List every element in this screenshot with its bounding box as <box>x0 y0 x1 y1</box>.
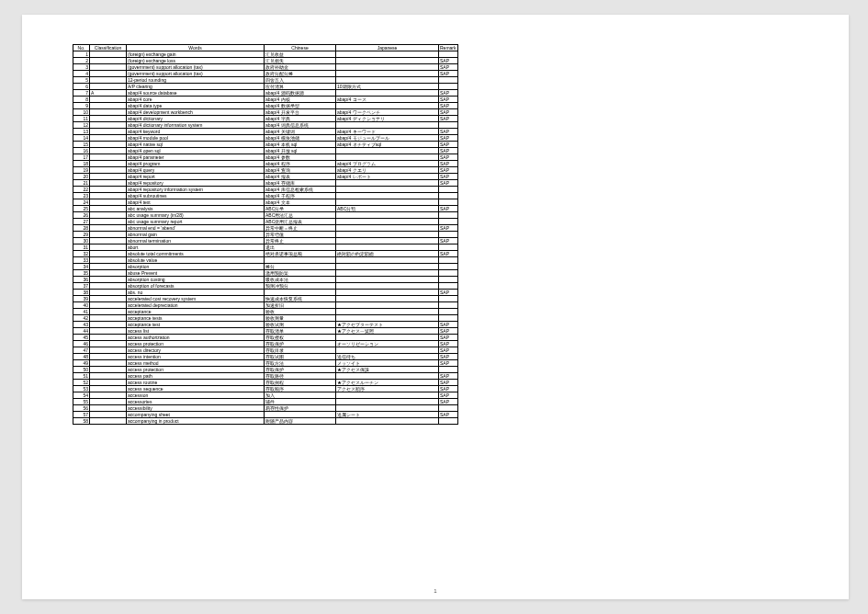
cell-cn: abap/4 子程序 <box>265 193 336 199</box>
cell-cls <box>90 386 127 392</box>
cell-jp <box>336 399 439 405</box>
cell-cn: 存取顺序 <box>265 386 336 392</box>
cell-jp <box>336 373 439 380</box>
cell-cls <box>90 296 127 302</box>
cell-rm <box>439 122 458 129</box>
table-row: 48access intention存取试图送信待ちSAP <box>73 354 458 360</box>
cell-no: 44 <box>73 328 90 335</box>
cell-rm <box>439 405 458 412</box>
cell-no: 11 <box>73 116 90 122</box>
cell-cls <box>90 354 127 360</box>
cell-w: abap/4 repository information system <box>127 187 265 193</box>
cell-w: access directory <box>127 347 265 354</box>
table-row: 7Aabap/4 source databaseabap/4 源码数据源SAP <box>73 90 458 97</box>
cell-no: 49 <box>73 360 90 367</box>
table-row: 36absorption costing吸收成本法 <box>73 277 458 283</box>
cell-cn: 滥用预防策 <box>265 270 336 277</box>
cell-w: (foreign) exchange gain <box>127 51 265 58</box>
cell-w: acceptance <box>127 309 265 315</box>
cell-cn: 存取授权 <box>265 335 336 341</box>
cell-cn: 异常终止 <box>265 238 336 244</box>
cell-rm: SAP <box>439 360 458 367</box>
table-row: 10abap/4 development workbenchabap/4 开发平… <box>73 109 458 116</box>
cell-cls <box>90 161 127 167</box>
cell-w: absolute value <box>127 257 265 264</box>
cell-cn: abap/4 字典 <box>265 116 336 122</box>
cell-cn: 退出 <box>265 244 336 251</box>
cell-rm <box>439 199 458 206</box>
cell-rm <box>439 277 458 283</box>
cell-rm: SAP <box>439 142 458 148</box>
cell-cn: abap/4 参数 <box>265 154 336 161</box>
table-row: 26abc usage summary (in/28)ABC用法汇总 <box>73 212 458 219</box>
cell-w: accompanying in product <box>127 418 265 425</box>
cell-cn: 存取方法 <box>265 360 336 367</box>
cell-no: 52 <box>73 380 90 386</box>
table-row: 39accelerated cost recovery system快速成本恢复… <box>73 296 458 302</box>
table-row: 52access routine存取例程★アクセスルーチンSAP <box>73 380 458 386</box>
cell-cls <box>90 225 127 232</box>
cell-w: abap/4 source database <box>127 90 265 97</box>
col-header: No. <box>73 45 90 51</box>
cell-no: 24 <box>73 199 90 206</box>
cell-cls <box>90 71 127 77</box>
cell-rm: SAP <box>439 58 458 64</box>
cell-rm: SAP <box>439 116 458 122</box>
cell-cn: 绝对承诺事项总额 <box>265 251 336 257</box>
cell-cn: 存取保护 <box>265 341 336 347</box>
cell-rm: SAP <box>439 90 458 97</box>
cell-rm <box>439 219 458 225</box>
table-row: 47access directory存取目录SAP <box>73 347 458 354</box>
cell-cn <box>265 257 336 264</box>
cell-cn: abap/4 本机 sql <box>265 142 336 148</box>
table-row: 49access method存取方法メッソイトSAP <box>73 360 458 367</box>
cell-cn: 附随产品内容 <box>265 418 336 425</box>
cell-no: 33 <box>73 257 90 264</box>
cell-cls <box>90 277 127 283</box>
cell-cls <box>90 264 127 270</box>
cell-cls <box>90 142 127 148</box>
cell-jp: 送信待ち <box>336 354 439 360</box>
cell-no: 51 <box>73 373 90 380</box>
cell-w: abap/4 dictionary information system <box>127 122 265 129</box>
cell-cls <box>90 367 127 373</box>
cell-cls <box>90 405 127 412</box>
cell-cls <box>90 309 127 315</box>
cell-no: 13 <box>73 129 90 135</box>
table-row: 31abort退出 <box>73 244 458 251</box>
cell-no: 22 <box>73 187 90 193</box>
cell-rm: SAP <box>439 341 458 347</box>
cell-rm: SAP <box>439 154 458 161</box>
cell-jp <box>336 296 439 302</box>
cell-no: 30 <box>73 238 90 244</box>
table-row: 23abap/4 subroutinesabap/4 子程序 <box>73 193 458 199</box>
cell-cn: abap/4 模块池储 <box>265 135 336 142</box>
cell-w: abap/4 query <box>127 167 265 174</box>
cell-no: 39 <box>73 296 90 302</box>
cell-cls <box>90 360 127 367</box>
cell-cn: 验收 <box>265 309 336 315</box>
cell-cls <box>90 399 127 405</box>
cell-no: 57 <box>73 412 90 418</box>
cell-cls <box>90 122 127 129</box>
cell-cls <box>90 84 127 90</box>
table-row: 2(foreign) exchange loss汇兑损失SAP <box>73 58 458 64</box>
table-row: 29abnormal gain异常增值 <box>73 232 458 238</box>
cell-cn: 预测冲预分 <box>265 283 336 290</box>
cell-w: access list <box>127 328 265 335</box>
cell-cn: abap/4 文本 <box>265 199 336 206</box>
cell-w: accelerated cost recovery system <box>127 296 265 302</box>
cell-w: abc usage summary report <box>127 219 265 225</box>
cell-cn: abap/4 源码数据源 <box>265 90 336 97</box>
cell-w: access routine <box>127 380 265 386</box>
cell-w: abap/4 text <box>127 199 265 206</box>
cell-w: acceptance tests <box>127 315 265 322</box>
cell-cn: 政府补助金 <box>265 64 336 71</box>
cell-cn: 存取路径 <box>265 373 336 380</box>
cell-rm <box>439 232 458 238</box>
cell-no: 28 <box>73 225 90 232</box>
cell-cn: 加速折旧 <box>265 302 336 309</box>
cell-cn: abap/4 库信息检索系统 <box>265 187 336 193</box>
table-row: 4(government) support allocation (tax)政府… <box>73 71 458 77</box>
cell-jp: メッソイト <box>336 360 439 367</box>
